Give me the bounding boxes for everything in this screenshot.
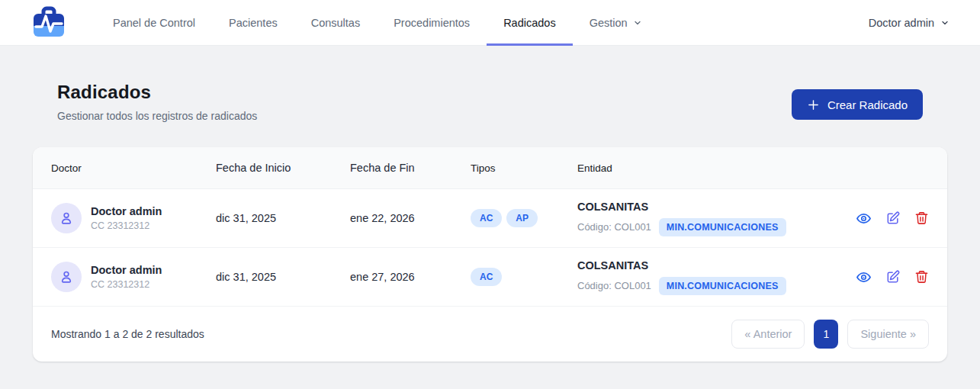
entidad-codigo: Código: COL001 (577, 221, 651, 233)
entidad-name: COLSANITAS (577, 259, 815, 272)
main-nav: Panel de Control Pacientes Consultas Pro… (96, 0, 659, 46)
eye-icon (856, 269, 872, 285)
tipos-cell: AC (471, 268, 577, 286)
nav-item-panel-de-control[interactable]: Panel de Control (96, 0, 212, 46)
doctor-info: Doctor admin CC 23312312 (91, 264, 162, 290)
edit-button[interactable] (885, 211, 901, 226)
nav-label: Gestion (590, 17, 628, 29)
radicados-table-card: Doctor Fecha de Inicio Fecha de Fin Tipo… (33, 147, 947, 362)
main-content: Radicados Gestionar todos los registros … (0, 46, 980, 362)
delete-button[interactable] (914, 211, 929, 226)
entidad-details: Código: COL001 MIN.COMUNICACIONES (577, 277, 815, 295)
tipos-cell: AC AP (471, 209, 577, 227)
entidad-cell: COLSANITAS Código: COL001 MIN.COMUNICACI… (577, 201, 815, 236)
view-button[interactable] (856, 211, 872, 227)
tipo-badge: AP (506, 209, 538, 227)
nav-item-consultas[interactable]: Consultas (294, 0, 377, 46)
tipo-badge: AC (471, 209, 502, 227)
avatar (51, 262, 82, 292)
entidad-badge: MIN.COMUNICACIONES (659, 218, 786, 236)
edit-pencil-icon (885, 211, 901, 226)
entidad-details: Código: COL001 MIN.COMUNICACIONES (577, 218, 815, 236)
trash-icon (914, 269, 929, 285)
eye-icon (856, 211, 872, 227)
fecha-inicio-cell: dic 31, 2025 (216, 212, 350, 224)
nav-item-procedimientos[interactable]: Procedimientos (377, 0, 487, 46)
table-footer: Mostrando 1 a 2 de 2 resultados « Anteri… (33, 307, 947, 362)
doctor-id: CC 23312312 (91, 220, 162, 231)
doctor-name: Doctor admin (91, 264, 162, 276)
nav-item-pacientes[interactable]: Pacientes (212, 0, 294, 46)
chevron-down-icon (633, 18, 642, 27)
table-row: Doctor admin CC 23312312 dic 31, 2025 en… (33, 189, 947, 248)
doctor-info: Doctor admin CC 23312312 (91, 205, 162, 231)
entidad-badge: MIN.COMUNICACIONES (659, 277, 786, 295)
column-header-entidad: Entidad (577, 162, 815, 174)
chevron-down-icon (940, 18, 949, 27)
nav-item-radicados[interactable]: Radicados (487, 0, 573, 46)
app-logo[interactable] (31, 6, 70, 40)
actions-cell (815, 269, 929, 285)
entidad-cell: COLSANITAS Código: COL001 MIN.COMUNICACI… (577, 259, 815, 295)
fecha-fin-cell: ene 22, 2026 (350, 212, 471, 224)
fecha-inicio-cell: dic 31, 2025 (216, 271, 350, 283)
view-button[interactable] (856, 269, 872, 285)
tipo-badge: AC (471, 268, 502, 286)
edit-pencil-icon (885, 269, 901, 285)
pagination: « Anterior 1 Siguiente » (731, 320, 929, 349)
next-page-button[interactable]: Siguiente » (847, 320, 929, 349)
doctor-cell: Doctor admin CC 23312312 (51, 262, 216, 292)
table-header-row: Doctor Fecha de Inicio Fecha de Fin Tipo… (33, 147, 947, 189)
trash-icon (914, 211, 929, 226)
nav-label: Radicados (503, 17, 556, 29)
delete-button[interactable] (914, 269, 929, 285)
entidad-name: COLSANITAS (577, 201, 815, 213)
person-icon (58, 268, 75, 285)
results-count: Mostrando 1 a 2 de 2 resultados (51, 328, 204, 340)
create-radicado-label: Crear Radicado (827, 98, 908, 111)
medical-bag-logo-icon (31, 6, 67, 40)
page-header-text: Radicados Gestionar todos los registros … (57, 82, 257, 122)
page-title: Radicados (57, 82, 257, 103)
avatar (51, 203, 82, 233)
entidad-codigo: Código: COL001 (577, 280, 651, 291)
actions-cell (815, 211, 929, 227)
nav-label: Procedimientos (394, 17, 470, 29)
doctor-id: CC 23312312 (91, 279, 162, 290)
person-icon (58, 210, 75, 227)
create-radicado-button[interactable]: Crear Radicado (792, 89, 923, 120)
fecha-fin-cell: ene 27, 2026 (350, 271, 471, 283)
doctor-name: Doctor admin (91, 205, 162, 217)
user-menu[interactable]: Doctor admin (869, 17, 949, 29)
column-header-fecha-fin: Fecha de Fin (350, 162, 471, 174)
plus-icon (807, 98, 820, 111)
user-menu-label: Doctor admin (869, 17, 934, 29)
page-header: Radicados Gestionar todos los registros … (33, 46, 947, 122)
column-header-fecha-inicio: Fecha de Inicio (216, 162, 350, 174)
nav-item-gestion[interactable]: Gestion (573, 0, 659, 46)
page-subtitle: Gestionar todos los registros de radicad… (57, 110, 257, 122)
prev-page-button[interactable]: « Anterior (731, 320, 805, 349)
nav-label: Panel de Control (113, 17, 195, 29)
table-row: Doctor admin CC 23312312 dic 31, 2025 en… (33, 248, 947, 307)
nav-label: Consultas (311, 17, 360, 29)
nav-label: Pacientes (229, 17, 278, 29)
edit-button[interactable] (885, 269, 901, 285)
top-navigation-bar: Panel de Control Pacientes Consultas Pro… (0, 0, 980, 46)
doctor-cell: Doctor admin CC 23312312 (51, 203, 216, 233)
column-header-tipos: Tipos (471, 162, 577, 174)
current-page-button[interactable]: 1 (814, 320, 838, 349)
column-header-doctor: Doctor (51, 162, 216, 174)
